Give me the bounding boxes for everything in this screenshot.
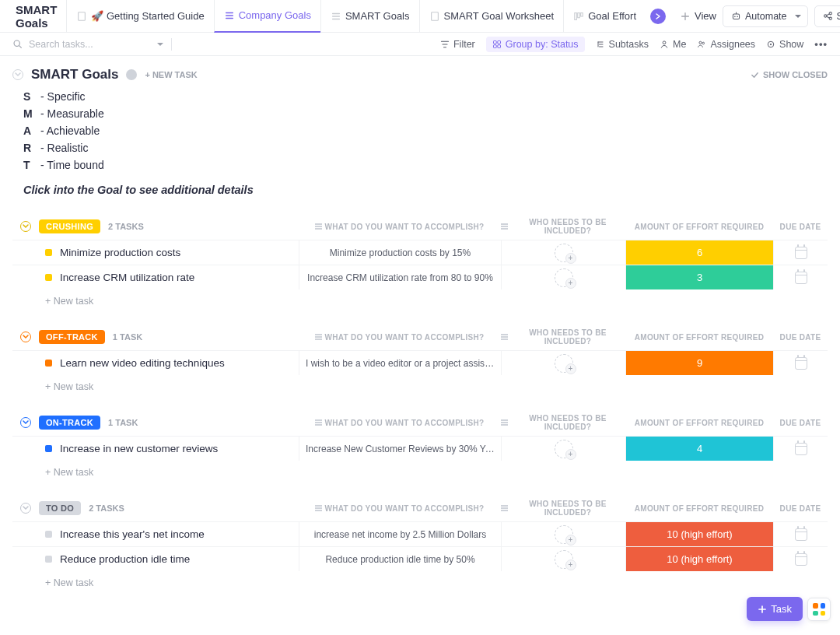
cell-effort[interactable]: 10 (high effort) [625,522,773,546]
cell-accomplish[interactable]: Minimize production costs by 15% [299,240,501,265]
col-header-accomplish[interactable]: WHAT DO YOU WANT TO ACCOMPLISH? [299,223,501,231]
task-name[interactable]: Minimize production costs [60,247,180,258]
cell-due-date[interactable] [773,522,828,546]
search-input[interactable] [29,39,151,50]
col-header-included[interactable]: WHO NEEDS TO BE INCLUDED? [501,500,625,517]
share-button[interactable]: Share [814,5,840,27]
col-header-due[interactable]: DUE DATE [773,333,828,342]
show-button[interactable]: Show [766,39,803,50]
task-row[interactable]: Minimize production costs Minimize produ… [12,240,828,265]
col-header-due[interactable]: DUE DATE [773,504,828,513]
status-pill[interactable]: CRUSHING [39,219,100,233]
add-view-button[interactable]: View [674,0,723,33]
new-task-button[interactable]: + New task [12,289,828,307]
add-assignee-icon[interactable] [555,354,573,373]
new-task-button[interactable]: + New task [12,461,828,478]
col-header-due[interactable]: DUE DATE [773,223,828,231]
add-assignee-icon[interactable] [555,440,573,458]
task-row[interactable]: Increase this year's net income increase… [12,521,828,546]
new-task-button[interactable]: + New task [12,375,828,392]
show-closed-button[interactable]: SHOW CLOSED [751,70,828,79]
add-assignee-icon[interactable] [555,525,573,544]
apps-button[interactable] [807,598,831,621]
col-header-accomplish[interactable]: WHAT DO YOU WANT TO ACCOMPLISH? [299,333,501,342]
cell-accomplish[interactable]: Reduce production idle time by 50% [299,547,501,571]
filter-button[interactable]: Filter [440,39,475,50]
cell-included[interactable] [501,522,625,546]
assignees-button[interactable]: Assignees [697,39,755,50]
tab-smart-goals[interactable]: SMART Goals [320,0,419,33]
col-header-included[interactable]: WHO NEEDS TO BE INCLUDED? [501,414,625,431]
add-assignee-icon[interactable] [555,268,573,287]
add-assignee-icon[interactable] [555,244,573,262]
cell-effort[interactable]: 4 [625,437,773,461]
task-name[interactable]: Increase CRM utilization rate [60,272,194,283]
cell-effort[interactable]: 10 (high effort) [625,547,773,571]
cell-accomplish[interactable]: increase net income by 2.5 Million Dolla… [299,522,501,546]
group-collapse-toggle[interactable] [20,503,31,514]
col-header-accomplish[interactable]: WHAT DO YOU WANT TO ACCOMPLISH? [299,419,501,427]
tab-scroll-right[interactable] [646,0,674,33]
cell-included[interactable] [501,437,625,461]
col-header-accomplish[interactable]: WHAT DO YOU WANT TO ACCOMPLISH? [299,504,501,513]
new-task-fab[interactable]: Task [747,597,803,621]
me-button[interactable]: Me [660,39,686,50]
cell-due-date[interactable] [773,351,828,375]
cell-due-date[interactable] [773,240,828,265]
col-header-due[interactable]: DUE DATE [773,419,828,427]
collapse-toggle[interactable] [12,69,23,80]
tab-worksheet[interactable]: SMART Goal Worksheet [419,0,564,33]
status-pill[interactable]: ON-TRACK [39,416,100,430]
status-square-icon[interactable] [45,360,52,367]
task-row[interactable]: Learn new video editing techniques I wis… [12,350,828,375]
col-header-effort[interactable]: AMOUNT OF EFFORT REQUIRED [625,223,773,231]
group-collapse-toggle[interactable] [20,221,31,232]
more-menu[interactable]: ••• [814,38,828,50]
cell-included[interactable] [501,547,625,571]
task-row[interactable]: Reduce production idle time Reduce produ… [12,546,828,571]
status-pill[interactable]: TO DO [39,501,81,515]
group-by-button[interactable]: Group by: Status [486,37,585,52]
subtasks-button[interactable]: Subtasks [596,39,649,50]
new-task-header-button[interactable]: + NEW TASK [145,70,197,79]
add-assignee-icon[interactable] [555,550,573,569]
cell-due-date[interactable] [773,265,828,289]
cell-accomplish[interactable]: Increase New Customer Reviews by 30% Yea… [299,437,501,461]
col-header-effort[interactable]: AMOUNT OF EFFORT REQUIRED [625,504,773,513]
task-name[interactable]: Learn new video editing techniques [60,357,225,369]
task-name[interactable]: Increase this year's net income [60,528,205,540]
col-header-effort[interactable]: AMOUNT OF EFFORT REQUIRED [625,419,773,427]
cell-effort[interactable]: 3 [625,265,773,289]
cell-due-date[interactable] [773,547,828,571]
group-collapse-toggle[interactable] [20,417,31,428]
cell-included[interactable] [501,240,625,265]
group-collapse-toggle[interactable] [20,332,31,342]
task-name[interactable]: Increase in new customer reviews [60,443,218,454]
tab-company-goals[interactable]: Company Goals [214,0,320,33]
chevron-down-icon[interactable] [157,43,163,46]
status-square-icon[interactable] [45,556,52,563]
col-header-effort[interactable]: AMOUNT OF EFFORT REQUIRED [625,333,773,342]
cell-accomplish[interactable]: I wish to be a video editor or a project… [299,351,501,375]
status-square-icon[interactable] [45,531,52,538]
col-header-included[interactable]: WHO NEEDS TO BE INCLUDED? [501,328,625,346]
col-header-included[interactable]: WHO NEEDS TO BE INCLUDED? [501,218,625,235]
task-row[interactable]: Increase in new customer reviews Increas… [12,436,828,461]
status-square-icon[interactable] [45,274,52,281]
tab-getting-started[interactable]: 🚀 Getting Started Guide [66,0,213,33]
cell-included[interactable] [501,265,625,289]
status-square-icon[interactable] [45,249,52,256]
cell-effort[interactable]: 9 [625,351,773,375]
cell-accomplish[interactable]: Increase CRM utilization rate from 80 to… [299,265,501,289]
info-icon[interactable] [126,69,137,80]
cell-included[interactable] [501,351,625,375]
cell-due-date[interactable] [773,437,828,461]
automate-button[interactable]: Automate [723,5,808,27]
tab-goal-effort[interactable]: Goal Effort [563,0,646,33]
status-pill[interactable]: OFF-TRACK [39,330,105,344]
cell-effort[interactable]: 6 [625,240,773,265]
status-square-icon[interactable] [45,445,52,452]
task-row[interactable]: Increase CRM utilization rate Increase C… [12,265,828,289]
task-name[interactable]: Reduce production idle time [60,553,190,565]
new-task-button[interactable]: + New task [12,571,828,588]
